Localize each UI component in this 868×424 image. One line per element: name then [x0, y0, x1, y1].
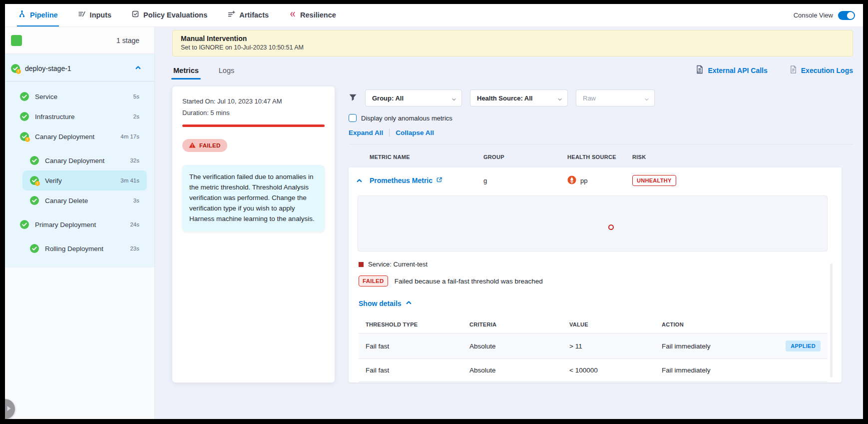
document-icon: [790, 65, 797, 76]
health-source-filter-select[interactable]: Health Source: All: [470, 90, 568, 106]
banner-subtitle: Set to IGNORE on 10-Jul-2023 10:50:51 AM: [181, 44, 845, 51]
success-warning-icon: !: [11, 64, 20, 73]
chevron-up-icon: [406, 300, 412, 308]
threshold-row: Fail fast Absolute < 100000 Fail immedia…: [359, 359, 828, 382]
metric-card: Prometheus Metric g pp UNHEALTHY: [349, 168, 842, 382]
raw-filter-select[interactable]: Raw: [576, 90, 655, 106]
risk-badge-unhealthy: UNHEALTHY: [632, 175, 676, 186]
svg-text:API: API: [698, 71, 702, 74]
tab-label: Artifacts: [239, 11, 269, 19]
execution-sidebar: 1 stage ! deploy-stage-1 Service 5: [5, 27, 155, 419]
tab-pipeline[interactable]: Pipeline: [17, 4, 59, 26]
tab-resilience[interactable]: Resilience: [288, 4, 337, 26]
tab-label: Policy Evaluations: [143, 11, 207, 19]
failed-outline-badge: FAILED: [359, 276, 388, 286]
expand-all-link[interactable]: Expand All: [349, 129, 383, 136]
chart-legend: Service: Current-test: [359, 260, 828, 268]
pipeline-icon: [18, 10, 26, 20]
tab-label: Resilience: [300, 11, 336, 19]
top-nav: Pipeline Inputs Policy Evaluations Artif…: [5, 4, 863, 27]
tab-artifacts[interactable]: Artifacts: [226, 4, 270, 26]
verification-fail-row: FAILED Failed because a fail-fast thresh…: [359, 276, 828, 286]
anomalous-data-point[interactable]: [608, 224, 614, 230]
stage-status-square-icon[interactable]: [11, 35, 22, 46]
console-view-toggle[interactable]: [838, 11, 855, 20]
manual-intervention-banner: Manual Intervention Set to IGNORE on 10-…: [172, 30, 853, 56]
warning-badge-icon: !: [35, 181, 40, 186]
anomalous-filter-row: Display only anomalous metrics: [349, 114, 853, 122]
warning-badge-icon: !: [25, 137, 30, 142]
prometheus-icon: [567, 176, 576, 186]
collapse-row-chevron-up-icon[interactable]: [349, 178, 370, 184]
legend-label: Service: Current-test: [368, 260, 428, 268]
duration: Duration: 5 mins: [182, 109, 325, 116]
thresholds-table-header: THRESHOLD TYPE CRITERIA VALUE ACTION: [359, 316, 828, 334]
thresholds-table: THRESHOLD TYPE CRITERIA VALUE ACTION Fai…: [359, 316, 828, 382]
step-service[interactable]: Service 5s: [5, 86, 154, 106]
metric-group-value: g: [483, 177, 567, 184]
collapse-all-link[interactable]: Collapse All: [396, 129, 434, 136]
step-rolling-deployment[interactable]: Rolling Deployment 23s: [5, 238, 154, 258]
success-icon: [20, 112, 29, 121]
step-primary-deployment[interactable]: Primary Deployment 24s: [5, 214, 154, 234]
divider: [389, 128, 390, 136]
chevron-down-icon: [644, 96, 649, 104]
execution-logs-link[interactable]: Execution Logs: [790, 65, 853, 76]
tab-policy-evaluations[interactable]: Policy Evaluations: [130, 4, 208, 26]
step-infrastructure[interactable]: Infrastructure 2s: [5, 106, 154, 126]
health-source-value: pp: [580, 177, 587, 184]
step-canary-deployment[interactable]: Canary Deployment 32s: [5, 150, 154, 170]
main-panel: Manual Intervention Set to IGNORE on 10-…: [155, 27, 863, 419]
filter-icon[interactable]: [349, 93, 357, 104]
legend-square-icon: [359, 262, 364, 267]
console-view-label: Console View: [794, 12, 833, 19]
progress-bar-failed: [182, 124, 325, 127]
step-canary-deployment-group[interactable]: ! Canary Deployment 4m 17s: [5, 126, 154, 146]
filter-row: Group: All Health Source: All Raw: [349, 90, 853, 106]
step-verify-selected[interactable]: ! Verify 3m 41s: [22, 170, 147, 190]
success-icon: [30, 244, 39, 253]
warning-badge-icon: !: [16, 69, 21, 74]
success-icon: [30, 196, 39, 205]
verification-message: The verification failed due to anomalies…: [182, 165, 325, 232]
stage-row-deploy-stage-1[interactable]: ! deploy-stage-1: [5, 54, 154, 81]
step-canary-delete[interactable]: Canary Delete 3s: [5, 190, 154, 210]
stage-tree: ! deploy-stage-1 Service 5s Infrastructu…: [5, 54, 154, 268]
success-icon: [30, 156, 39, 165]
toggle-knob: [847, 12, 854, 19]
play-arrow-icon: [6, 404, 11, 414]
fail-reason-text: Failed because a fail-fast threshold was…: [395, 278, 543, 285]
warning-triangle-icon: [189, 142, 196, 149]
failed-status-badge: FAILED: [182, 139, 227, 152]
tab-metrics[interactable]: Metrics: [172, 66, 200, 80]
applied-badge: APPLIED: [786, 340, 821, 352]
success-icon: [20, 220, 29, 229]
external-link-icon: [436, 176, 442, 184]
success-warning-icon: !: [30, 176, 39, 185]
tab-inputs[interactable]: Inputs: [77, 4, 113, 26]
success-icon: [20, 92, 29, 101]
stage-count: 1 stage: [116, 36, 139, 44]
metric-name-link[interactable]: Prometheus Metric: [370, 176, 483, 184]
anomalous-metrics-checkbox[interactable]: [349, 114, 357, 122]
show-details-link[interactable]: Show details: [359, 300, 412, 308]
inputs-icon: [78, 10, 86, 20]
artifacts-icon: [227, 10, 235, 20]
metric-row-prometheus[interactable]: Prometheus Metric g pp UNHEALTHY: [349, 168, 842, 194]
tab-logs[interactable]: Logs: [218, 66, 235, 80]
started-on: Started On: Jul 10, 2023 10:47 AM: [182, 98, 325, 105]
api-document-icon: API: [696, 65, 704, 76]
expand-collapse-row: Expand All Collapse All: [349, 128, 853, 136]
vertical-scrollbar[interactable]: [830, 264, 833, 378]
tab-label: Inputs: [90, 11, 112, 19]
resilience-icon: [289, 10, 296, 20]
anomalous-checkbox-label: Display only anomalous metrics: [361, 114, 452, 122]
group-filter-select[interactable]: Group: All: [365, 90, 462, 106]
health-source-cell: pp: [567, 176, 632, 186]
success-warning-icon: !: [20, 132, 29, 141]
metrics-table-header: METRIC NAME GROUP HEALTH SOURCE RISK: [349, 144, 853, 166]
chevron-up-icon[interactable]: [135, 64, 141, 73]
metrics-panel: Group: All Health Source: All Raw: [349, 86, 853, 382]
external-api-calls-link[interactable]: API External API Calls: [696, 65, 767, 76]
metrics-logs-tabs: Metrics Logs API External API Calls Exec…: [172, 62, 853, 80]
